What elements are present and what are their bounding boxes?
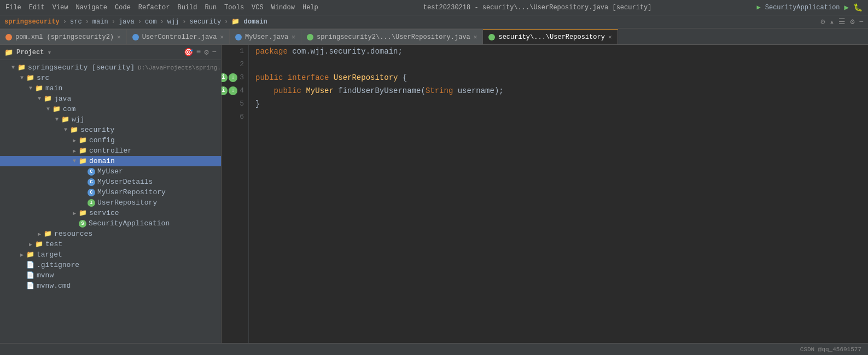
tree-item-config[interactable]: ▶ 📁 config bbox=[0, 135, 221, 146]
menu-vcs[interactable]: VCS bbox=[252, 4, 264, 11]
breadcrumb-java[interactable]: java bbox=[119, 18, 135, 26]
menu-view[interactable]: View bbox=[53, 4, 68, 11]
breadcrumb-main[interactable]: main bbox=[92, 18, 108, 26]
folder-icon-domain: 📁 bbox=[79, 157, 87, 165]
editor-content[interactable]: 1 2 e i ↓ 3 i ↓ 4 5 bbox=[222, 45, 868, 343]
tree-label-domain: domain bbox=[89, 157, 115, 165]
breadcrumb-security[interactable]: security bbox=[190, 18, 222, 26]
menu-help[interactable]: Help bbox=[302, 4, 318, 11]
tab-bar: pom.xml (springsecurity2) ✕ UserControll… bbox=[0, 28, 868, 45]
breadcrumb-wjj[interactable]: wjj bbox=[167, 18, 179, 26]
gutter-marker-4a: i bbox=[222, 86, 228, 95]
tree-path-root: D:\JavaProjects\spring... bbox=[138, 65, 221, 71]
tab-close-repo2[interactable]: ✕ bbox=[474, 33, 477, 40]
tree-item-resources[interactable]: ▶ 📁 resources bbox=[0, 229, 221, 239]
tree-item-service[interactable]: ▶ 📁 service bbox=[0, 208, 221, 218]
breadcrumb-settings-icon[interactable]: ⚙ bbox=[820, 17, 825, 26]
code-area[interactable]: package com.wjj.security.domain; public … bbox=[249, 45, 868, 343]
run-config-name: SecurityApplication bbox=[765, 4, 840, 11]
sidebar-collapse-all-icon[interactable]: ≡ bbox=[196, 48, 201, 57]
menu-run[interactable]: Run bbox=[205, 4, 217, 11]
tree-item-domain[interactable]: ▼ 📁 domain bbox=[0, 156, 221, 166]
folder-icon-java: 📁 bbox=[44, 95, 52, 103]
tab-repo2[interactable]: springsecurity2\...\UserRepository.java … bbox=[301, 29, 483, 44]
menu-file[interactable]: File bbox=[5, 4, 21, 11]
tab-myuser[interactable]: MyUser.java ✕ bbox=[230, 29, 301, 44]
line-num-5: 5 bbox=[222, 97, 244, 110]
tree-item-mvnw[interactable]: 📄 mvnw bbox=[0, 270, 221, 281]
status-bar: CSDN @qq_45691577 bbox=[0, 343, 868, 355]
menu-code[interactable]: Code bbox=[115, 4, 131, 11]
tree-item-userrepository[interactable]: I UserRepository bbox=[0, 197, 221, 208]
tree-item-target[interactable]: ▶ 📁 target bbox=[0, 249, 221, 260]
tab-label-myuser: MyUser.java bbox=[245, 33, 288, 41]
sidebar-folder-icon: 📁 bbox=[4, 48, 13, 57]
file-icon-userrepository: I bbox=[88, 199, 95, 207]
tree-label-resources: resources bbox=[54, 230, 92, 238]
code-line-5: } bbox=[255, 97, 861, 110]
tree-item-main[interactable]: ▼ 📁 main bbox=[0, 83, 221, 94]
tab-close-controller[interactable]: ✕ bbox=[220, 33, 224, 40]
tree-item-wjj[interactable]: ▼ 📁 wjj bbox=[0, 114, 221, 125]
tree-item-gitignore[interactable]: 📄 .gitignore bbox=[0, 260, 221, 270]
breadcrumb-com[interactable]: com bbox=[145, 18, 157, 26]
tree-label-root: springsecurity [security] bbox=[28, 63, 135, 72]
tree-item-src[interactable]: ▼ 📁 src bbox=[0, 73, 221, 83]
sidebar-dropdown-icon[interactable]: ▾ bbox=[47, 48, 51, 57]
tree-item-com[interactable]: ▼ 📁 com bbox=[0, 104, 221, 114]
tree-item-java[interactable]: ▼ 📁 java bbox=[0, 94, 221, 104]
tree-item-myuser[interactable]: C MyUser bbox=[0, 166, 221, 177]
sidebar: 📁 Project ▾ 🎯 ≡ ⚙ − ▼ 📁 springsecurity [… bbox=[0, 45, 222, 343]
folder-icon-resources: 📁 bbox=[44, 230, 52, 238]
tree-item-securityapp[interactable]: S SecurityApplication bbox=[0, 218, 221, 229]
tab-close-repo[interactable]: ✕ bbox=[608, 33, 612, 40]
tree-label-myuserrepository: MyUserRepository bbox=[97, 188, 166, 196]
run-button[interactable]: ▶ bbox=[844, 3, 849, 12]
tree-item-myuserdetails[interactable]: C MyUserDetails bbox=[0, 177, 221, 187]
sidebar-hide-icon[interactable]: − bbox=[212, 48, 217, 57]
kw-package: package bbox=[255, 45, 292, 58]
tree-label-securityapp: SecurityApplication bbox=[89, 219, 170, 228]
menu-tools[interactable]: Tools bbox=[224, 4, 244, 11]
tree-label-com: com bbox=[63, 105, 75, 113]
menu-window[interactable]: Window bbox=[271, 4, 295, 11]
line-num-1: 1 bbox=[222, 45, 244, 58]
breadcrumb-close-icon[interactable]: − bbox=[859, 18, 864, 26]
tree-item-myuserrepository[interactable]: C MyUserRepository bbox=[0, 187, 221, 197]
debug-button[interactable]: 🐛 bbox=[853, 3, 863, 12]
menu-edit[interactable]: Edit bbox=[29, 4, 45, 11]
main-layout: 📁 Project ▾ 🎯 ≡ ⚙ − ▼ 📁 springsecurity [… bbox=[0, 45, 868, 343]
tab-controller[interactable]: UserController.java ✕ bbox=[127, 29, 230, 44]
breadcrumb-src[interactable]: src bbox=[70, 18, 82, 26]
breadcrumb-expand-icon[interactable]: ☰ bbox=[838, 17, 846, 26]
code-line-4: public MyUser findUserByUsername(String … bbox=[255, 84, 861, 97]
kw-string: String bbox=[426, 84, 458, 97]
folder-icon-test: 📁 bbox=[35, 240, 43, 248]
breadcrumb-gear-icon[interactable]: ⚙ bbox=[850, 17, 854, 26]
sidebar-locate-icon[interactable]: 🎯 bbox=[184, 48, 193, 57]
tree-label-userrepository: UserRepository bbox=[97, 199, 157, 207]
menu-navigate[interactable]: Navigate bbox=[75, 4, 107, 11]
sidebar-more-icon[interactable]: ⚙ bbox=[204, 48, 208, 57]
tree-item-controller[interactable]: ▶ 📁 controller bbox=[0, 146, 221, 156]
folder-icon-src: 📁 bbox=[26, 74, 34, 82]
menu-refactor[interactable]: Refactor bbox=[138, 4, 170, 11]
tab-repo[interactable]: security\...\UserRepository ✕ bbox=[483, 29, 617, 44]
menu-build[interactable]: Build bbox=[177, 4, 197, 11]
file-icon-mvnw: 📄 bbox=[26, 271, 34, 280]
code-line-2 bbox=[255, 58, 861, 71]
folder-icon-com: 📁 bbox=[53, 105, 61, 113]
breadcrumb-domain[interactable]: 📁 domain bbox=[231, 18, 267, 26]
breadcrumb-collapse-icon[interactable]: ▴ bbox=[830, 17, 834, 26]
menu-bar[interactable]: File Edit View Navigate Code Refactor Bu… bbox=[5, 4, 318, 11]
tree-item-mvnwcmd[interactable]: 📄 mvnw.cmd bbox=[0, 281, 221, 291]
tab-close-pom[interactable]: ✕ bbox=[117, 33, 121, 40]
breadcrumb-springsecurity[interactable]: springsecurity bbox=[4, 18, 60, 26]
tree-item-test[interactable]: ▶ 📁 test bbox=[0, 239, 221, 249]
tab-close-myuser[interactable]: ✕ bbox=[292, 33, 295, 40]
tree-label-mvnwcmd: mvnw.cmd bbox=[37, 282, 71, 290]
tab-pom[interactable]: pom.xml (springsecurity2) ✕ bbox=[0, 29, 127, 44]
tree-item-root[interactable]: ▼ 📁 springsecurity [security] D:\JavaPro… bbox=[0, 62, 221, 73]
folder-icon-wjj: 📁 bbox=[61, 115, 69, 124]
tree-item-security[interactable]: ▼ 📁 security bbox=[0, 125, 221, 135]
